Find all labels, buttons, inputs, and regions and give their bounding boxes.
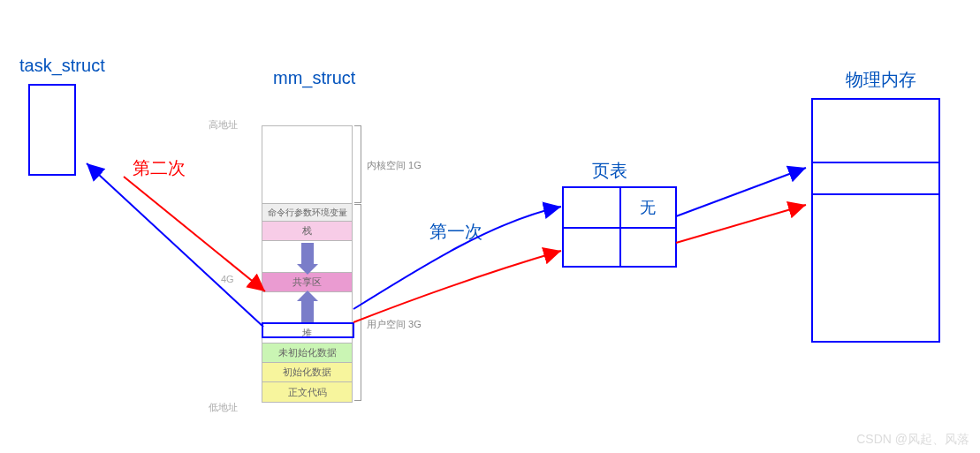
arrow-mm-to-task — [87, 163, 263, 327]
brace-user — [353, 204, 361, 401]
seg-text: 正文代码 — [262, 382, 352, 402]
highlight-slot — [262, 322, 354, 338]
second-label: 第二次 — [133, 156, 186, 180]
kernel-brace-label: 内核空间 1G — [367, 159, 422, 172]
size-4g-label: 4G — [221, 274, 234, 284]
seg-cmdline: 命令行参数环境变量 — [262, 204, 352, 222]
seg-bss: 未初始化数据 — [262, 344, 352, 363]
seg-data: 初始化数据 — [262, 363, 352, 382]
page-table-grid: 无 — [562, 186, 677, 268]
seg-kernel — [262, 126, 352, 204]
phys-mem-label: 物理内存 — [846, 68, 916, 92]
seg-stack: 栈 — [262, 222, 352, 241]
low-addr-label: 低地址 — [209, 401, 238, 414]
seg-shared: 共享区 — [262, 273, 352, 292]
task-struct-label: task_struct — [19, 56, 105, 76]
arrow-mm-to-pagetable-red — [353, 251, 561, 322]
phys-mem-row — [813, 162, 938, 195]
memory-layout: 命令行参数环境变量 栈 共享区 堆 未初始化数据 初始化数据 正文代码 — [262, 125, 353, 403]
arrow-pt-to-phys-blue — [676, 168, 806, 216]
brace-kernel — [353, 125, 361, 203]
gap-shared-heap — [262, 292, 352, 324]
heap-grow-up-icon — [301, 299, 314, 322]
mm-struct-label: mm_struct — [273, 68, 355, 88]
stack-grow-down-icon — [301, 243, 314, 266]
phys-mem-box — [811, 98, 940, 343]
watermark: CSDN @风起、风落 — [856, 432, 969, 448]
page-table-cell-none: 无 — [619, 188, 675, 227]
first-label: 第一次 — [429, 220, 482, 244]
gap-stack-shared — [262, 241, 352, 273]
arrow-pt-to-phys-red — [676, 205, 806, 243]
task-struct-box — [28, 84, 76, 176]
user-brace-label: 用户空间 3G — [367, 318, 422, 331]
page-table-hline — [564, 227, 675, 229]
page-table-label: 页表 — [592, 159, 627, 183]
high-addr-label: 高地址 — [209, 118, 238, 132]
arrow-second-red — [124, 177, 265, 291]
